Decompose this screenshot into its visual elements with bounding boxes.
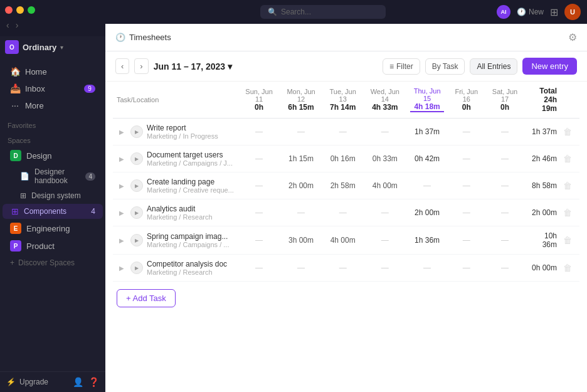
time-sun-0[interactable]: — — [238, 119, 280, 146]
delete-button-5[interactable]: 🗑 — [561, 263, 574, 273]
play-button-1[interactable]: ▶ — [130, 152, 143, 165]
time-sat-3[interactable]: — — [485, 199, 525, 226]
upgrade-button[interactable]: ⚡ Upgrade — [6, 378, 68, 386]
time-thu-0[interactable]: 1h 37m — [406, 119, 448, 146]
next-week-button[interactable]: › — [134, 58, 148, 74]
time-sun-1[interactable]: — — [238, 146, 280, 172]
delete-button-2[interactable]: 🗑 — [561, 181, 574, 191]
time-tue-4[interactable]: 4h 00m — [322, 226, 363, 255]
delete-button-0[interactable]: 🗑 — [561, 127, 574, 137]
time-mon-3[interactable]: — — [280, 199, 322, 226]
sidebar-item-design[interactable]: D Design — [3, 147, 103, 164]
play-button-3[interactable]: ▶ — [130, 206, 143, 219]
filter-label: Filter — [396, 62, 413, 71]
new-button[interactable]: 🕐 New — [517, 8, 544, 16]
filter-button[interactable]: ≡ Filter — [383, 58, 420, 75]
time-mon-1[interactable]: 1h 15m — [280, 146, 322, 172]
time-mon-0[interactable]: — — [280, 119, 322, 146]
time-fri-1[interactable]: — — [448, 146, 485, 172]
time-tue-5[interactable]: — — [322, 255, 363, 282]
sidebar-item-designer-handbook[interactable]: 📄 Designer handbook 4 — [3, 165, 103, 188]
time-thu-3[interactable]: 2h 00m — [406, 199, 448, 226]
time-sun-4[interactable]: — — [238, 226, 280, 255]
expand-button-5[interactable]: ▶ — [117, 263, 127, 273]
maximize-window[interactable] — [28, 6, 35, 14]
time-fri-4[interactable]: — — [448, 226, 485, 255]
delete-button-3[interactable]: 🗑 — [561, 208, 574, 218]
discover-spaces[interactable]: + Discover Spaces — [3, 255, 103, 270]
time-mon-4[interactable]: 3h 00m — [280, 226, 322, 255]
grid-icon[interactable]: ⊞ — [550, 6, 558, 18]
col-task: Task/Location — [113, 82, 238, 119]
time-fri-5[interactable]: — — [448, 255, 485, 282]
time-fri-2[interactable]: — — [448, 172, 485, 199]
by-task-button[interactable]: By Task — [425, 58, 465, 75]
play-button-2[interactable]: ▶ — [130, 179, 143, 192]
play-button-5[interactable]: ▶ — [130, 262, 143, 274]
back-button[interactable]: ‹ — [5, 20, 11, 30]
col-thu: Thu, Jun 15 4h 18m — [406, 82, 448, 119]
play-button-4[interactable]: ▶ — [130, 234, 143, 246]
sidebar-item-product[interactable]: P Product — [3, 238, 103, 254]
time-wed-0[interactable]: — — [363, 119, 406, 146]
time-wed-3[interactable]: — — [363, 199, 406, 226]
time-sat-0[interactable]: — — [485, 119, 525, 146]
delete-button-4[interactable]: 🗑 — [561, 235, 574, 245]
sidebar-item-components[interactable]: ⊞ Components 4 — [3, 204, 103, 219]
workspace-header[interactable]: O Ordinary ▾ — [0, 36, 105, 60]
time-wed-2[interactable]: 4h 00m — [363, 172, 406, 199]
sidebar-item-inbox[interactable]: 📥 Inbox 9 — [3, 80, 103, 97]
time-sat-4[interactable]: — — [485, 226, 525, 255]
time-sun-2[interactable]: — — [238, 172, 280, 199]
time-wed-5[interactable]: — — [363, 255, 406, 282]
topbar-right: AI 🕐 New ⊞ U — [497, 4, 581, 20]
time-sat-2[interactable]: — — [485, 172, 525, 199]
time-sat-5[interactable]: — — [485, 255, 525, 282]
prev-week-button[interactable]: ‹ — [115, 58, 129, 74]
minimize-window[interactable] — [16, 6, 24, 14]
time-sat-1[interactable]: — — [485, 146, 525, 172]
search-bar[interactable]: 🔍 Search... — [260, 5, 386, 19]
avatar[interactable]: U — [564, 4, 581, 20]
time-mon-5[interactable]: — — [280, 255, 322, 282]
time-tue-0[interactable]: — — [322, 119, 363, 146]
sidebar-item-more[interactable]: ··· More — [3, 97, 103, 114]
sidebar-item-engineering[interactable]: E Engineering — [3, 220, 103, 236]
time-tue-2[interactable]: 2h 58m — [322, 172, 363, 199]
help-icon[interactable]: ❓ — [88, 377, 99, 387]
task-name-3: Analytics audit — [147, 204, 213, 213]
expand-button-1[interactable]: ▶ — [117, 154, 127, 164]
time-thu-1[interactable]: 0h 42m — [406, 146, 448, 172]
time-tue-3[interactable]: — — [322, 199, 363, 226]
new-entry-button[interactable]: New entry — [522, 58, 577, 75]
time-wed-1[interactable]: 0h 33m — [363, 146, 406, 172]
settings-icon[interactable]: ⚙ — [568, 31, 577, 43]
date-range[interactable]: Jun 11 – 17, 2023 ▾ — [154, 61, 232, 72]
sidebar-top: ‹ › — [0, 0, 105, 36]
time-fri-3[interactable]: — — [448, 199, 485, 226]
sidebar-item-design-system[interactable]: ⊞ Design system — [3, 189, 103, 203]
all-entries-button[interactable]: All Entries — [470, 58, 517, 75]
time-fri-0[interactable]: — — [448, 119, 485, 146]
col-total: Total 24h 19m — [525, 82, 561, 119]
time-wed-4[interactable]: — — [363, 226, 406, 255]
time-sun-5[interactable]: — — [238, 255, 280, 282]
close-window[interactable] — [5, 6, 13, 14]
add-task-button[interactable]: + Add Task — [117, 289, 176, 307]
time-thu-5[interactable]: — — [406, 255, 448, 282]
time-thu-4[interactable]: 1h 36m — [406, 226, 448, 255]
play-button-0[interactable]: ▶ — [130, 125, 143, 138]
time-tue-1[interactable]: 0h 16m — [322, 146, 363, 172]
delete-button-1[interactable]: 🗑 — [561, 154, 574, 164]
expand-button-4[interactable]: ▶ — [117, 235, 127, 245]
time-thu-2[interactable]: — — [406, 172, 448, 199]
ai-badge[interactable]: AI — [497, 5, 510, 19]
time-sun-3[interactable]: — — [238, 199, 280, 226]
user-icon[interactable]: 👤 — [73, 377, 83, 387]
sidebar-item-home[interactable]: 🏠 Home — [3, 63, 103, 80]
expand-button-0[interactable]: ▶ — [117, 127, 127, 137]
forward-button[interactable]: › — [14, 20, 20, 30]
expand-button-2[interactable]: ▶ — [117, 181, 127, 191]
expand-button-3[interactable]: ▶ — [117, 208, 127, 218]
time-mon-2[interactable]: 2h 00m — [280, 172, 322, 199]
